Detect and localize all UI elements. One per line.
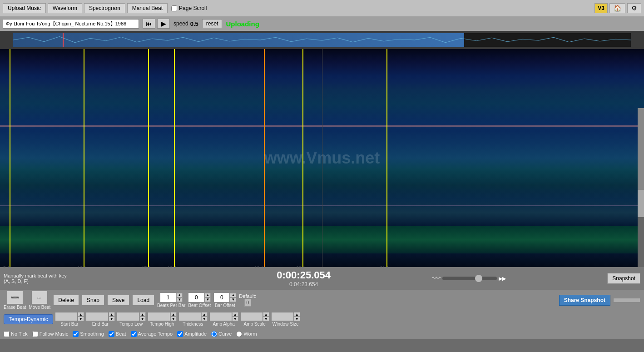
tempo-high-down[interactable]: ▼ — [170, 317, 177, 321]
volume-icon: 〰 — [432, 274, 441, 283]
beat-offset-input[interactable] — [188, 293, 204, 302]
bar-offset-up[interactable]: ▲ — [230, 293, 236, 297]
amp-alpha-input[interactable] — [209, 312, 232, 321]
window-size-control: ▲ ▼ Window Size — [271, 312, 300, 327]
tempo-dynamic-button[interactable]: Tempo-Dynamic — [4, 314, 53, 324]
beats-per-bar-input[interactable] — [160, 293, 176, 302]
version-btns: V3 🏠 ⚙ — [594, 3, 641, 13]
thickness-input[interactable] — [178, 312, 201, 321]
tempo-low-input[interactable] — [117, 312, 139, 321]
tempo-high-up[interactable]: ▲ — [170, 312, 177, 317]
thickness-down[interactable]: ▼ — [201, 317, 208, 321]
snapshot-button[interactable]: Snapshot — [607, 273, 640, 284]
beat-checkbox[interactable] — [109, 331, 114, 337]
curve-radio[interactable] — [211, 331, 217, 337]
spectrogram-area[interactable]: www.Vmus.net 5-190.1 16-1112.910.7 17-14… — [0, 49, 644, 267]
beats-per-bar-up[interactable]: ▲ — [176, 293, 183, 297]
beat-line-2 — [84, 49, 84, 267]
amp-alpha-control: ▲ ▼ Amp Alpha — [209, 312, 238, 327]
amp-scale-label: Amp Scale — [244, 322, 266, 327]
no-tick-item: No Tick — [4, 331, 28, 337]
beat-label-3: 17-1445.011.2 — [142, 266, 153, 267]
follow-music-item: Follow Music — [32, 331, 69, 337]
top-toolbar: Upload Music Waveform Spectrogram Manual… — [0, 0, 644, 16]
bar-offset-down[interactable]: ▼ — [230, 297, 236, 302]
save-button[interactable]: Save — [107, 295, 129, 306]
bar-offset-input[interactable] — [213, 293, 230, 302]
upload-music-button[interactable]: Upload Music — [3, 3, 46, 13]
volume-control: 〰 ▶▶ — [334, 274, 604, 283]
smoothing-checkbox[interactable] — [73, 331, 79, 337]
follow-music-checkbox[interactable] — [32, 331, 38, 337]
load-button[interactable]: Load — [132, 295, 154, 306]
waveform-button[interactable]: Waveform — [48, 3, 82, 13]
manual-beat-button[interactable]: Manual Beat — [127, 3, 168, 13]
reset-button[interactable]: reset — [202, 19, 223, 28]
transport-buttons: ⏮ ▶ — [143, 19, 170, 29]
volume-slider[interactable] — [442, 277, 497, 280]
curve-label: Curve — [218, 331, 232, 337]
end-bar-input[interactable] — [86, 312, 109, 321]
worm-radio[interactable] — [236, 331, 242, 337]
play-button[interactable]: ▶ — [157, 19, 170, 29]
total-time: 0:04:23.654 — [289, 281, 318, 288]
window-size-down[interactable]: ▼ — [294, 317, 300, 321]
right-scrollbar[interactable] — [638, 108, 644, 267]
beat-label: Beat — [116, 331, 126, 337]
start-bar-up[interactable]: ▲ — [78, 312, 84, 317]
start-bar-label: Start Bar — [60, 322, 78, 327]
amplitude-checkbox[interactable] — [177, 331, 183, 337]
page-scroll-checkbox[interactable] — [171, 5, 177, 11]
waveform-track[interactable] — [13, 33, 631, 47]
end-bar-down[interactable]: ▼ — [109, 317, 115, 321]
amp-scale-input[interactable] — [240, 312, 263, 321]
version-button[interactable]: V3 — [594, 3, 608, 13]
rewind-button[interactable]: ⏮ — [143, 19, 155, 29]
beat-offset-down[interactable]: ▼ — [204, 297, 211, 302]
beat-line-7 — [322, 49, 322, 267]
tempo-low-up[interactable]: ▲ — [139, 312, 146, 317]
beat-line-8 — [386, 49, 387, 267]
tempo-low-label: Tempo Low — [119, 322, 143, 327]
start-bar-down[interactable]: ▼ — [78, 317, 84, 321]
erase-beat-button[interactable] — [7, 291, 23, 304]
no-tick-checkbox[interactable] — [4, 331, 10, 337]
window-size-up[interactable]: ▲ — [294, 312, 300, 317]
thickness-up[interactable]: ▲ — [201, 312, 208, 317]
spectrogram-button[interactable]: Spectrogram — [84, 3, 125, 13]
tempo-low-down[interactable]: ▼ — [139, 317, 146, 321]
unknown-button[interactable] — [613, 298, 640, 302]
tempo-high-input[interactable] — [148, 312, 170, 321]
move-beat-button[interactable]: ↔ — [31, 291, 48, 304]
beat-offset-up[interactable]: ▲ — [204, 293, 211, 297]
share-snapshot-button[interactable]: Share Snapshot — [559, 295, 610, 306]
beats-per-bar-down[interactable]: ▼ — [176, 297, 183, 302]
start-bar-control: ▲ ▼ Start Bar — [55, 312, 84, 327]
amp-scale-down[interactable]: ▼ — [263, 317, 269, 321]
amp-alpha-up[interactable]: ▲ — [232, 312, 238, 317]
end-bar-up[interactable]: ▲ — [109, 312, 115, 317]
smoothing-item: Smoothing — [73, 331, 104, 337]
start-bar-input[interactable] — [55, 312, 78, 321]
bar-offset-control: ▲ ▼ Bar Offset — [213, 293, 236, 308]
amp-scale-up[interactable]: ▲ — [263, 312, 269, 317]
amp-alpha-down[interactable]: ▼ — [232, 317, 238, 321]
waveform-svg — [13, 33, 631, 47]
end-bar-control: ▲ ▼ End Bar — [86, 312, 115, 327]
settings-button[interactable]: ⚙ — [627, 3, 641, 13]
manual-mark-text: Manually mark beat with key (A, S, D, F) — [4, 273, 273, 284]
window-size-input[interactable] — [271, 312, 294, 321]
end-bar-label: End Bar — [92, 322, 109, 327]
beat-offset-control: ▲ ▼ Beat Offset — [188, 293, 211, 308]
volume-handle[interactable] — [475, 275, 482, 282]
home-button[interactable]: 🏠 — [609, 3, 625, 13]
delete-button[interactable]: Delete — [53, 295, 79, 306]
beat-label-5: 19-1291.812.1 — [254, 266, 266, 267]
tempo-high-control: ▲ ▼ Tempo High — [148, 312, 177, 327]
snap-button[interactable]: Snap — [82, 295, 104, 306]
beat-label-7: 21-1-.-13.0 — [380, 266, 389, 267]
average-tempo-checkbox[interactable] — [131, 331, 137, 337]
song-bar: Фу Цонг Fou Ts'ong【Chopin_ Nocturne No.1… — [0, 16, 644, 31]
scrollbar-thumb[interactable] — [638, 190, 644, 217]
amp-scale-control: ▲ ▼ Amp Scale — [240, 312, 269, 327]
